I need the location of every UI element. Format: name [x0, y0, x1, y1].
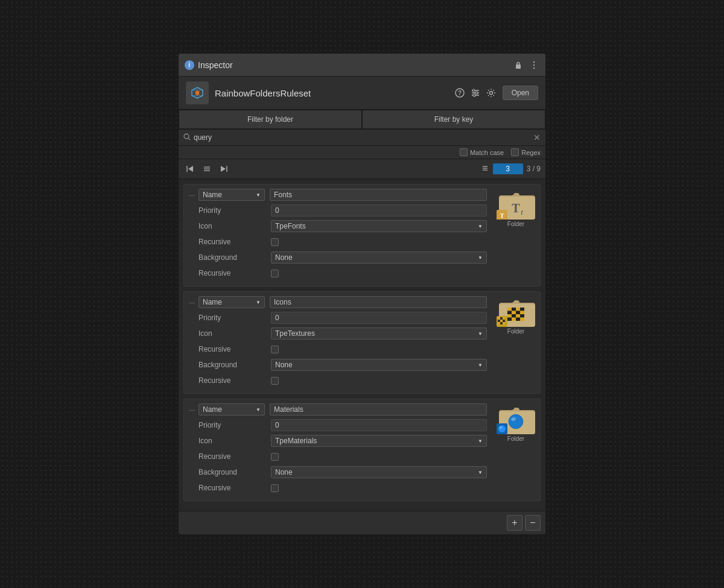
rule-3-icon-row: Icon TpeMaterials ▼ — [189, 434, 487, 447]
regex-option[interactable]: Regex — [511, 148, 541, 156]
svg-rect-29 — [507, 308, 512, 311]
filter-tabs: Filter by folder Filter by key — [179, 110, 545, 130]
nav-current-input[interactable]: 3 — [493, 163, 523, 174]
rule-2-background-recursive-checkbox[interactable] — [271, 377, 279, 385]
nav-list-button[interactable] — [200, 162, 214, 175]
svg-rect-32 — [520, 308, 524, 311]
regex-label: Regex — [521, 149, 541, 156]
svg-rect-48 — [503, 317, 505, 320]
rule-3-icon-recursive-checkbox[interactable] — [271, 453, 279, 461]
svg-point-3 — [533, 67, 535, 68]
priority-label-3: Priority — [198, 421, 271, 429]
rule-3-icon-recursive-row: Recursive — [189, 450, 487, 463]
rule-1-priority-value[interactable]: 0 — [271, 204, 487, 217]
rule-2-icon-recursive-row: Recursive — [189, 343, 487, 356]
chevron-down-icon: ▼ — [256, 407, 261, 413]
folder-preview-icon: T t T — [497, 188, 535, 220]
tab-filter-by-key[interactable]: Filter by key — [362, 110, 545, 129]
svg-point-10 — [472, 89, 475, 92]
rule-3-background-dropdown[interactable]: None ▼ — [271, 466, 487, 478]
chevron-down-icon: ▼ — [478, 255, 483, 261]
rule-1-name-input[interactable]: Fonts — [270, 189, 487, 201]
gear-icon[interactable] — [486, 87, 497, 98]
rule-1-background-dropdown[interactable]: None ▼ — [271, 251, 487, 264]
chevron-down-icon: ▼ — [478, 362, 483, 368]
folder-3-preview-icon — [497, 403, 535, 434]
recursive-label-6: Recursive — [198, 484, 271, 492]
search-bar: ✕ — [179, 130, 545, 146]
rule-1-icon-dropdown[interactable]: TpeFonts ▼ — [271, 220, 487, 232]
background-label-2: Background — [198, 361, 271, 369]
rule-2-name-type-dropdown[interactable]: Name ▼ — [198, 296, 265, 308]
rule-2-icon-dropdown[interactable]: TpeTextures ▼ — [271, 327, 487, 340]
rule-2-name-input[interactable]: Icons — [270, 296, 487, 308]
nav-first-button[interactable] — [183, 162, 197, 175]
drag-handle-icon[interactable]: — — [189, 192, 196, 198]
svg-rect-35 — [516, 311, 520, 315]
add-rule-button[interactable]: + — [507, 515, 522, 531]
svg-text:T: T — [500, 212, 504, 219]
priority-label-2: Priority — [198, 314, 271, 322]
rule-2-priority-value[interactable]: 0 — [271, 312, 487, 324]
asset-header: RainbowFoldersRuleset ? — [179, 77, 545, 110]
nav-last-button[interactable] — [217, 162, 230, 175]
menu-dots-icon[interactable] — [529, 60, 539, 71]
lock-icon[interactable] — [513, 60, 524, 71]
rule-2-icon-recursive-checkbox[interactable] — [271, 346, 279, 353]
match-case-label: Match case — [470, 149, 504, 156]
list-lines-icon — [481, 164, 489, 174]
svg-rect-38 — [512, 314, 516, 318]
svg-rect-41 — [507, 318, 512, 321]
svg-rect-39 — [516, 314, 520, 318]
drag-handle-3-icon[interactable]: — — [189, 406, 196, 413]
rule-1-background-row: Background None ▼ — [189, 251, 487, 264]
header-icons: ? — [454, 87, 497, 98]
rule-2-icon-row: Icon TpeTextures ▼ — [189, 327, 487, 340]
rule-3-icon-dropdown[interactable]: TpeMaterials ▼ — [271, 435, 487, 447]
search-input[interactable] — [194, 133, 530, 142]
settings-sliders-icon[interactable] — [470, 87, 481, 98]
inspector-title: Inspector — [198, 60, 233, 70]
rule-3-name-row: — Name ▼ Materials — [189, 403, 487, 416]
rule-3-priority-row: Priority 0 — [189, 419, 487, 432]
chevron-down-icon: ▼ — [478, 331, 483, 337]
svg-rect-44 — [520, 318, 524, 321]
title-bar: i Inspector — [179, 54, 545, 77]
svg-rect-31 — [516, 308, 520, 311]
rule-1-background-recursive-row: Recursive — [189, 267, 487, 280]
rule-block-1: — Name ▼ Fonts Priority 0 — [183, 184, 541, 286]
search-clear-icon[interactable]: ✕ — [533, 133, 541, 142]
folder-1-label: Folder — [507, 221, 524, 227]
folder-2-label: Folder — [507, 328, 524, 335]
recursive-label-3: Recursive — [198, 345, 271, 353]
match-case-option[interactable]: Match case — [460, 148, 504, 156]
svg-rect-30 — [512, 308, 516, 311]
rule-block-2: — Name ▼ Icons Priority 0 — [183, 291, 541, 394]
rule-2-fields: — Name ▼ Icons Priority 0 — [189, 296, 487, 390]
rule-1-icon-recursive-checkbox[interactable] — [271, 238, 279, 246]
background-label-3: Background — [198, 468, 271, 476]
folder-2-preview-icon — [497, 296, 535, 327]
rule-1-background-recursive-checkbox[interactable] — [271, 270, 279, 277]
chevron-down-icon: ▼ — [256, 192, 261, 198]
rule-1-icon-row: Icon TpeFonts ▼ — [189, 220, 487, 233]
title-bar-left: i Inspector — [185, 60, 513, 70]
match-case-checkbox[interactable] — [460, 148, 468, 156]
tab-filter-by-folder[interactable]: Filter by folder — [179, 110, 362, 129]
background-label: Background — [198, 253, 271, 262]
svg-point-14 — [184, 134, 189, 139]
rule-3-name-input[interactable]: Materials — [270, 403, 487, 416]
rule-3-name-type-dropdown[interactable]: Name ▼ — [198, 403, 265, 416]
rule-1-name-type-dropdown[interactable]: Name ▼ — [198, 189, 265, 201]
rule-1-icon-recursive-row: Recursive — [189, 235, 487, 248]
regex-checkbox[interactable] — [511, 148, 519, 156]
open-button[interactable]: Open — [503, 86, 538, 100]
remove-rule-button[interactable]: − — [525, 515, 541, 531]
rule-3-priority-value[interactable]: 0 — [271, 419, 487, 431]
drag-handle-2-icon[interactable]: — — [189, 299, 196, 306]
rule-2-background-dropdown[interactable]: None ▼ — [271, 359, 487, 371]
svg-rect-47 — [500, 317, 503, 320]
rule-3-background-recursive-checkbox[interactable] — [271, 484, 279, 492]
help-icon[interactable]: ? — [454, 87, 465, 98]
rule-1-priority-row: Priority 0 — [189, 204, 487, 217]
